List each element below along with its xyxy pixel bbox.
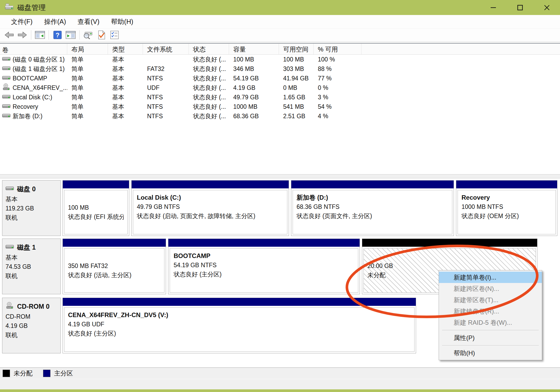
table-row[interactable]: BOOTCAMP简单基本NTFS状态良好 (...54.19 GB41.94 G… — [0, 74, 560, 83]
minimize-icon[interactable] — [488, 2, 499, 13]
menu-item[interactable]: 查看(V) — [72, 16, 105, 28]
help-icon[interactable]: ? — [51, 29, 64, 40]
forward-icon[interactable] — [16, 29, 29, 40]
disk-name: CD-ROM 0 — [6, 301, 57, 312]
partition-title: 新加卷 (D:) — [297, 193, 448, 202]
partition-color-bar — [132, 180, 289, 188]
column-header[interactable]: 可用空间 — [279, 44, 314, 54]
drive-icon — [2, 74, 11, 82]
context-menu-item[interactable]: 属性(P) — [439, 332, 542, 343]
console-tree-icon[interactable] — [33, 29, 46, 40]
table-row[interactable]: Local Disk (C:)简单基本NTFS状态良好 (...49.79 GB… — [0, 92, 560, 102]
legend-swatch — [3, 370, 10, 377]
menu-item[interactable]: 文件(F) — [5, 16, 38, 28]
menu-item[interactable]: 操作(A) — [38, 16, 72, 28]
partition-block[interactable]: Local Disk (C:)49.79 GB NTFS状态良好 (启动, 页面… — [131, 180, 289, 236]
context-menu-item: 新建 RAID-5 卷(W)... — [439, 317, 542, 328]
action-pane-icon[interactable] — [64, 29, 77, 40]
partition-block[interactable]: BOOTCAMP54.19 GB NTFS状态良好 (主分区) — [168, 239, 360, 294]
check-document-icon[interactable] — [95, 29, 108, 40]
svg-text:?: ? — [56, 32, 60, 39]
back-icon[interactable] — [3, 29, 16, 40]
drive-icon — [2, 65, 11, 73]
disk-label-panel[interactable]: 磁盘 0基本119.23 GB联机 — [2, 180, 61, 236]
partition-body: Local Disk (C:)49.79 GB NTFS状态良好 (启动, 页面… — [133, 190, 287, 234]
disk-info-line: 基本 — [6, 195, 57, 204]
table-cell: 基本 — [108, 112, 143, 120]
partition-info-line: 4.19 GB UDF — [68, 320, 411, 329]
table-cell: 状态良好 (... — [189, 84, 229, 92]
table-row[interactable]: Recovery简单基本NTFS状态良好 (...1000 MB541 MB54… — [0, 102, 560, 111]
table-cell: NTFS — [143, 94, 189, 101]
column-header[interactable]: 卷 — [0, 44, 67, 54]
partition-body: 350 MB FAT32状态良好 (活动, 主分区) — [64, 248, 164, 293]
partition-body: CENA_X64FREV_ZH-CN_DV5 (V:)4.19 GB UDF状态… — [64, 307, 414, 352]
volume-cell: Recovery — [0, 102, 67, 111]
disk-label-panel[interactable]: CD-ROM 0CD-ROM4.19 GB联机 — [2, 298, 61, 353]
partition-info-line: 状态良好 (启动, 页面文件, 故障转储, 主分区) — [137, 212, 283, 221]
close-icon[interactable] — [541, 2, 553, 13]
partition-block[interactable]: 350 MB FAT32状态良好 (活动, 主分区) — [63, 239, 166, 294]
toolbar: ? — [0, 29, 560, 41]
column-header[interactable]: 状态 — [189, 44, 229, 54]
volume-name: (磁盘 0 磁盘分区 1) — [13, 55, 65, 64]
partition-info-line: 状态良好 (主分区) — [68, 329, 411, 338]
partition-block[interactable]: 新加卷 (D:)68.36 GB NTFS状态良好 (页面文件, 主分区) — [291, 180, 454, 236]
column-header[interactable]: 布局 — [67, 44, 108, 54]
context-menu-item: 新建镜像卷(R)... — [439, 306, 542, 317]
context-menu-item[interactable]: 帮助(H) — [439, 347, 542, 359]
table-cell: 简单 — [67, 74, 108, 82]
disk-name-text: CD-ROM 0 — [17, 303, 50, 310]
toolbar-separator — [79, 30, 80, 40]
table-cell: 100 MB — [279, 56, 314, 63]
table-row[interactable]: (磁盘 1 磁盘分区 1)简单基本FAT32状态良好 (...346 MB303… — [0, 64, 560, 74]
disk-name: 磁盘 1 — [6, 241, 57, 253]
volume-list-header: 卷布局类型文件系统状态容量可用空间% 可用 — [0, 44, 560, 55]
table-cell: 状态良好 (... — [189, 65, 229, 73]
context-menu-item[interactable]: 新建简单卷(I)... — [439, 272, 542, 283]
disk-label-panel[interactable]: 磁盘 1基本74.53 GB联机 — [2, 239, 61, 294]
table-cell: 3 % — [314, 94, 361, 101]
context-menu-item: 新建跨区卷(N)... — [439, 283, 542, 294]
maximize-icon[interactable] — [514, 2, 526, 13]
table-cell: 4 % — [314, 113, 361, 120]
volume-cell: (磁盘 0 磁盘分区 1) — [0, 55, 67, 64]
table-cell: 49.79 GB — [229, 94, 279, 101]
table-cell: 1.65 GB — [279, 94, 314, 101]
column-header[interactable]: % 可用 — [314, 44, 361, 54]
partition-color-bar — [63, 180, 129, 188]
partition-body: BOOTCAMP54.19 GB NTFS状态良好 (主分区) — [170, 248, 358, 293]
disk-name-text: 磁盘 0 — [17, 185, 36, 193]
table-row[interactable]: (磁盘 0 磁盘分区 1)简单基本状态良好 (...100 MB100 MB10… — [0, 55, 560, 64]
partition-block[interactable]: 100 MB状态良好 (EFI 系统分 — [63, 180, 129, 236]
table-cell: 简单 — [67, 112, 108, 120]
table-cell: NTFS — [143, 75, 189, 82]
cd-icon — [2, 83, 11, 92]
column-header[interactable]: 文件系统 — [143, 44, 189, 54]
disk-info-line: 74.53 GB — [6, 262, 57, 271]
volume-cell: (磁盘 1 磁盘分区 1) — [0, 65, 67, 73]
drive-icon — [6, 185, 14, 193]
partition-block[interactable]: Recovery1000 MB NTFS状态良好 (OEM 分区) — [456, 180, 557, 236]
column-header[interactable]: 容量 — [229, 44, 279, 54]
partition-color-bar — [63, 239, 166, 247]
table-cell: 346 MB — [229, 65, 279, 73]
pane-splitter[interactable] — [0, 174, 560, 178]
checklist-icon[interactable] — [108, 29, 121, 40]
rescan-disks-icon[interactable] — [82, 29, 95, 40]
table-cell: 基本 — [108, 84, 143, 92]
table-cell: 4.19 GB — [229, 84, 279, 91]
table-cell: 0 MB — [279, 84, 314, 91]
partition-color-bar — [456, 180, 557, 188]
partition-title: BOOTCAMP — [174, 251, 354, 261]
table-cell: 状态良好 (... — [189, 112, 229, 120]
partition-title: Recovery — [462, 193, 552, 202]
table-cell: 541 MB — [279, 103, 314, 110]
menu-item[interactable]: 帮助(H) — [105, 16, 139, 28]
table-cell: FAT32 — [143, 65, 189, 73]
disk-info-line: 联机 — [6, 213, 57, 222]
partition-block[interactable]: CENA_X64FREV_ZH-CN_DV5 (V:)4.19 GB UDF状态… — [63, 298, 416, 353]
table-row[interactable]: CENA_X64FREV_...简单基本UDF状态良好 (...4.19 GB0… — [0, 83, 560, 92]
table-row[interactable]: 新加卷 (D:)简单基本NTFS状态良好 (...68.36 GB2.51 GB… — [0, 111, 560, 121]
column-header[interactable]: 类型 — [108, 44, 143, 54]
